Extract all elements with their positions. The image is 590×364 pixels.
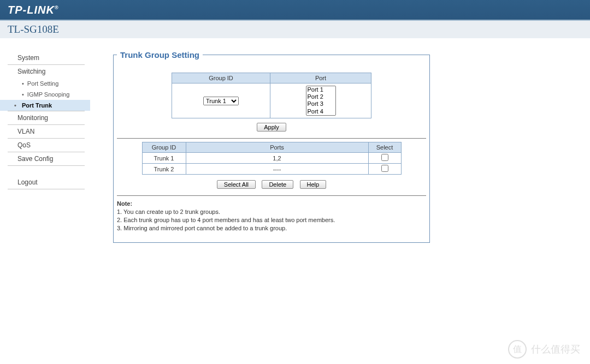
row-select-checkbox[interactable] [381, 154, 388, 161]
trunk-select[interactable]: Trunk 1 Trunk 2 [203, 97, 239, 105]
note-line: 2. Each trunk group has up to 4 port mem… [117, 217, 426, 223]
sidebar: System Switching Port Setting IGMP Snoop… [0, 38, 90, 364]
sidebar-item-system[interactable]: System [8, 51, 85, 65]
sidebar-item-vlan[interactable]: VLAN [8, 125, 85, 139]
sidebar-item-igmp-snooping[interactable]: IGMP Snooping [8, 89, 85, 100]
trunk-group-fieldset: Trunk Group Setting Group ID Port Trunk … [113, 50, 430, 243]
trunk-setting-table: Group ID Port Trunk 1 Trunk 2 Port 1 Por… [172, 73, 371, 118]
divider [117, 138, 426, 139]
divider [117, 195, 426, 196]
brand-logo: TP-LINK® [8, 4, 59, 16]
sidebar-item-monitoring[interactable]: Monitoring [8, 111, 85, 125]
sidebar-item-port-trunk[interactable]: Port Trunk [0, 100, 90, 111]
note-line: 1. You can create up to 2 trunk groups. [117, 208, 426, 215]
status-header-select: Select [368, 142, 401, 153]
sidebar-item-switching[interactable]: Switching [8, 65, 85, 78]
notes-section: Note: 1. You can create up to 2 trunk gr… [117, 200, 426, 231]
sidebar-item-save-config[interactable]: Save Config [8, 152, 85, 166]
watermark-text: 什么值得买 [531, 343, 580, 356]
note-label: Note: [117, 200, 132, 207]
sidebar-item-logout[interactable]: Logout [8, 176, 85, 189]
col-header-port: Port [270, 73, 371, 83]
table-row: Trunk 1 1,2 [142, 153, 401, 164]
watermark-badge-icon: 值 [508, 340, 527, 359]
status-header-ports: Ports [186, 142, 368, 153]
note-line: 3. Mirroring and mirrored port cannot be… [117, 225, 426, 231]
help-button[interactable]: Help [300, 180, 327, 189]
apply-button[interactable]: Apply [257, 123, 286, 132]
app-header: TP-LINK® [0, 0, 590, 21]
fieldset-legend: Trunk Group Setting [117, 50, 203, 59]
model-bar: TL-SG108E [0, 21, 590, 38]
select-all-button[interactable]: Select All [217, 180, 256, 189]
col-header-groupid: Group ID [172, 73, 270, 83]
trunk-status-table: Group ID Ports Select Trunk 1 1,2 Trunk … [142, 142, 402, 175]
row-select-checkbox[interactable] [381, 165, 388, 172]
table-row: Trunk 2 ---- [142, 164, 401, 175]
sidebar-item-qos[interactable]: QoS [8, 139, 85, 152]
status-header-groupid: Group ID [142, 142, 186, 153]
port-multiselect[interactable]: Port 1 Port 2 Port 3 Port 4 [306, 86, 336, 116]
sidebar-item-port-setting[interactable]: Port Setting [8, 78, 85, 89]
watermark: 值 什么值得买 [508, 340, 580, 359]
main-content: Trunk Group Setting Group ID Port Trunk … [90, 38, 590, 364]
model-label: TL-SG108E [8, 23, 59, 35]
delete-button[interactable]: Delete [262, 180, 293, 189]
